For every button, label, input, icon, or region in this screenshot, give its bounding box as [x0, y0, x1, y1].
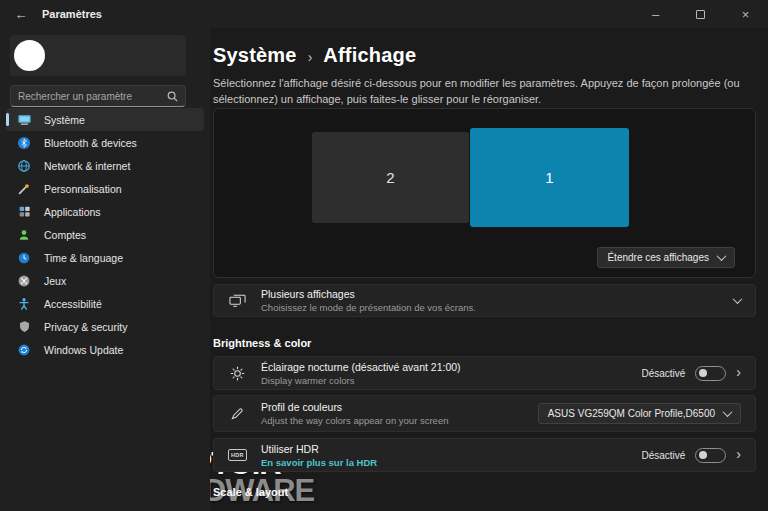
hdr-status: Désactivé [641, 450, 685, 461]
sidebar-item-time-language[interactable]: Time & language [6, 246, 204, 269]
multiple-displays-title: Plusieurs affichages [261, 288, 734, 300]
breadcrumb-separator-icon: › [308, 49, 313, 65]
app-title: Paramètres [42, 8, 102, 20]
night-light-row[interactable]: Éclairage nocturne (désactivé avant 21:0… [213, 356, 756, 390]
sidebar-item-label: Système [44, 114, 85, 126]
shield-icon [16, 319, 32, 335]
night-light-subtitle: Display warmer colors [261, 375, 641, 386]
globe-icon [16, 158, 32, 174]
hdr-toggle[interactable] [695, 448, 726, 463]
sidebar-item-label: Bluetooth & devices [44, 137, 137, 149]
section-heading-brightness-color: Brightness & color [213, 337, 311, 349]
sidebar-item-label: Windows Update [44, 344, 123, 356]
update-icon [16, 342, 32, 358]
night-light-title: Éclairage nocturne (désactivé avant 21:0… [261, 361, 641, 373]
extend-displays-dropdown[interactable]: Étendre ces affichages [597, 247, 735, 268]
multiple-displays-icon [228, 293, 247, 308]
color-profile-dropdown[interactable]: ASUS VG259QM Color Profile,D6500 [538, 403, 741, 424]
maximize-button[interactable] [678, 0, 723, 28]
back-arrow-icon[interactable]: ← [0, 7, 42, 22]
multiple-displays-subtitle: Choisissez le mode de présentation de vo… [261, 302, 734, 313]
minimize-button[interactable]: – [633, 0, 678, 28]
monitor-2[interactable]: 2 [312, 132, 469, 223]
account-card[interactable] [10, 35, 186, 76]
color-profile-text: Profil de couleurs Adjust the way colors… [261, 401, 538, 426]
page-title: Affichage [323, 44, 416, 67]
chevron-down-icon [723, 407, 733, 417]
sidebar-item-label: Comptes [44, 229, 86, 241]
multiple-displays-text: Plusieurs affichages Choisissez le mode … [261, 288, 734, 313]
sidebar-item-accessibility[interactable]: Accessibilité [6, 292, 204, 315]
color-profile-row[interactable]: Profil de couleurs Adjust the way colors… [213, 395, 756, 432]
display-arrangement-panel: 2 1 Étendre ces affichages [213, 108, 756, 278]
sidebar-item-label: Time & language [44, 252, 123, 264]
night-light-status: Désactivé [641, 368, 685, 379]
sidebar-item-label: Privacy & security [44, 321, 127, 333]
hdr-row[interactable]: HDR Utiliser HDR En savoir plus sur la H… [213, 438, 756, 472]
sidebar-item-bluetooth-devices[interactable]: Bluetooth & devices [6, 131, 204, 154]
search-placeholder: Rechercher un paramètre [18, 91, 167, 102]
bluetooth-icon [16, 135, 32, 151]
sidebar-item-accounts[interactable]: Comptes [6, 223, 204, 246]
clock-icon [16, 250, 32, 266]
monitor-1-label: 1 [545, 169, 553, 186]
sidebar-item-system[interactable]: Système [6, 108, 204, 131]
sidebar-item-applications[interactable]: Applications [6, 200, 204, 223]
chevron-down-icon [717, 251, 727, 261]
night-light-text: Éclairage nocturne (désactivé avant 21:0… [261, 361, 641, 386]
monitor-2-label: 2 [386, 169, 394, 186]
system-icon [16, 112, 32, 128]
sidebar-nav: Système Bluetooth & devices Network & in… [6, 108, 204, 361]
sidebar-item-windows-update[interactable]: Windows Update [6, 338, 204, 361]
page-description: Sélectionnez l'affichage désiré ci-desso… [213, 76, 756, 108]
multiple-displays-row[interactable]: Plusieurs affichages Choisissez le mode … [213, 284, 756, 317]
toggle-knob [699, 369, 707, 377]
breadcrumb-parent[interactable]: Système [213, 44, 297, 67]
search-input[interactable]: Rechercher un paramètre [10, 85, 186, 107]
hdr-title: Utiliser HDR [261, 443, 641, 455]
sidebar: Rechercher un paramètre Système Bluetoot… [0, 28, 210, 511]
sidebar-item-personalization[interactable]: Personnalisation [6, 177, 204, 200]
search-icon [167, 91, 178, 102]
accessibility-icon [16, 296, 32, 312]
chevron-right-icon[interactable]: › [736, 365, 741, 379]
sidebar-item-label: Network & internet [44, 160, 130, 172]
hdr-text: Utiliser HDR En savoir plus sur la HDR [261, 443, 641, 468]
color-profile-title: Profil de couleurs [261, 401, 538, 413]
xbox-icon [16, 273, 32, 289]
titlebar: ← Paramètres – × [0, 0, 768, 28]
night-light-icon [228, 366, 247, 381]
sidebar-item-privacy-security[interactable]: Privacy & security [6, 315, 204, 338]
sidebar-item-label: Personnalisation [44, 183, 122, 195]
brush-icon [16, 181, 32, 197]
sidebar-item-label: Applications [44, 206, 101, 218]
hdr-icon: HDR [228, 449, 247, 461]
color-profile-dropdown-value: ASUS VG259QM Color Profile,D6500 [548, 408, 715, 419]
close-button[interactable]: × [723, 0, 768, 28]
sidebar-item-network-internet[interactable]: Network & internet [6, 154, 204, 177]
section-heading-scale-layout: Scale & layout [213, 486, 288, 498]
person-icon [16, 227, 32, 243]
selection-accent-bar [6, 113, 9, 126]
sidebar-item-label: Jeux [44, 275, 66, 287]
color-profile-subtitle: Adjust the way colors appear on your scr… [261, 415, 538, 426]
breadcrumb: Système › Affichage [213, 44, 416, 67]
extend-displays-label: Étendre ces affichages [607, 252, 709, 263]
toggle-knob [699, 451, 707, 459]
chevron-right-icon[interactable]: › [736, 447, 741, 461]
chevron-down-icon[interactable] [733, 294, 743, 304]
apps-icon [16, 204, 32, 220]
monitor-1-active[interactable]: 1 [470, 128, 629, 227]
night-light-toggle[interactable] [695, 366, 726, 381]
hdr-learn-more-link[interactable]: En savoir plus sur la HDR [261, 457, 641, 468]
sidebar-item-label: Accessibilité [44, 298, 102, 310]
color-profile-icon [228, 406, 247, 421]
hdr-badge-label: HDR [228, 449, 247, 461]
window-controls: – × [633, 0, 768, 28]
avatar [14, 40, 45, 71]
maximize-icon [696, 10, 705, 19]
sidebar-item-gaming[interactable]: Jeux [6, 269, 204, 292]
